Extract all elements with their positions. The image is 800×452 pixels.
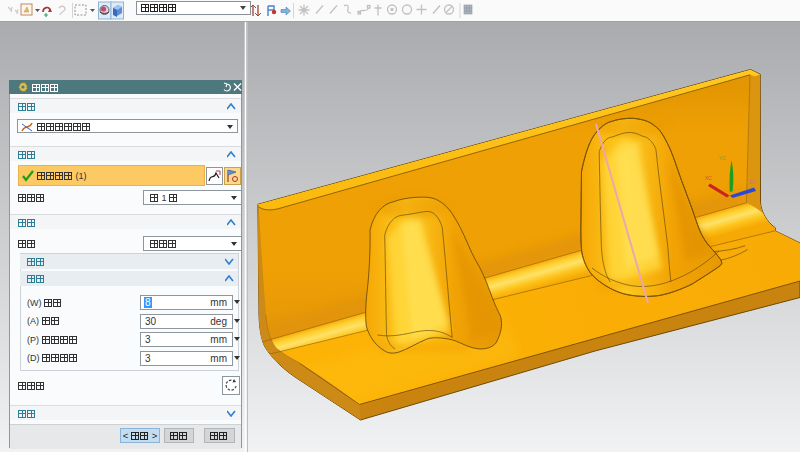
svg-text:ZC: ZC — [749, 179, 756, 185]
svg-text:YC: YC — [719, 155, 726, 161]
svg-text:XC: XC — [705, 175, 712, 181]
